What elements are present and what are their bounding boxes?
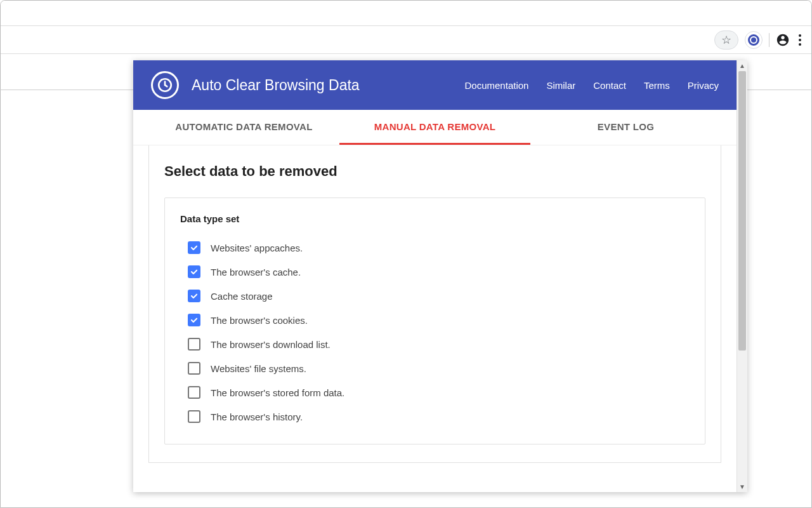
clock-icon: [157, 77, 173, 93]
checkbox-label: The browser's stored form data.: [211, 387, 344, 398]
checkbox-row: The browser's stored form data.: [180, 380, 690, 404]
checkbox-row: The browser's download list.: [180, 332, 690, 356]
separator: [769, 33, 769, 47]
nav-similar[interactable]: Similar: [546, 80, 575, 91]
scrollbar[interactable]: ▲ ▼: [737, 60, 747, 492]
nav-links: Documentation Similar Contact Terms Priv…: [465, 80, 719, 91]
tab-bar: AUTOMATIC DATA REMOVAL MANUAL DATA REMOV…: [133, 110, 737, 145]
checkbox[interactable]: [188, 338, 200, 351]
checkbox-row: Cache storage: [180, 284, 690, 308]
scroll-thumb[interactable]: [738, 71, 746, 351]
scroll-down-arrow[interactable]: ▼: [737, 481, 747, 492]
checkbox-label: Websites' file systems.: [211, 363, 306, 374]
nav-contact[interactable]: Contact: [593, 80, 626, 91]
main-panel: Select data to be removed Data type set …: [148, 145, 721, 463]
clock-icon: [748, 34, 759, 46]
checkbox[interactable]: [188, 314, 200, 326]
checkbox-label: Cache storage: [211, 291, 273, 302]
checkbox[interactable]: [188, 362, 200, 375]
tab-log[interactable]: EVENT LOG: [530, 110, 721, 145]
tab-strip: [1, 1, 811, 26]
nav-privacy[interactable]: Privacy: [688, 80, 719, 91]
checkbox[interactable]: [188, 410, 200, 423]
tab-automatic[interactable]: AUTOMATIC DATA REMOVAL: [148, 110, 339, 145]
checkbox-row: The browser's cookies.: [180, 308, 690, 332]
checkbox[interactable]: [188, 265, 200, 278]
nav-terms[interactable]: Terms: [644, 80, 670, 91]
checkbox-row: Websites' appcaches.: [180, 236, 690, 260]
checkbox-label: The browser's cache.: [211, 267, 301, 277]
app-logo: [151, 71, 179, 99]
app-title: Auto Clear Browsing Data: [192, 77, 465, 94]
checkbox-row: Websites' file systems.: [180, 356, 690, 380]
checkbox-row: The browser's cache.: [180, 260, 690, 284]
checkbox-label: The browser's download list.: [211, 339, 331, 350]
checkbox-label: The browser's history.: [211, 411, 303, 422]
tab-manual[interactable]: MANUAL DATA REMOVAL: [339, 110, 530, 145]
bookmark-pill[interactable]: ☆: [714, 30, 738, 50]
popup-header: Auto Clear Browsing Data Documentation S…: [133, 60, 737, 110]
panel-title: Select data to be removed: [164, 163, 705, 180]
checkbox[interactable]: [188, 241, 200, 254]
scroll-up-arrow[interactable]: ▲: [737, 60, 747, 71]
checkbox[interactable]: [188, 290, 200, 302]
profile-icon[interactable]: [776, 33, 790, 47]
nav-documentation[interactable]: Documentation: [465, 80, 529, 91]
extension-popup: Auto Clear Browsing Data Documentation S…: [133, 60, 747, 492]
toolbar: ☆: [1, 26, 811, 54]
checkbox-row: The browser's history.: [180, 404, 690, 429]
menu-dots-icon[interactable]: [796, 32, 804, 48]
star-icon: ☆: [721, 33, 731, 47]
checkbox-label: The browser's cookies.: [211, 315, 308, 326]
data-type-card: Data type set Websites' appcaches.The br…: [164, 197, 705, 444]
section-title: Data type set: [180, 213, 690, 224]
checkbox[interactable]: [188, 386, 200, 399]
extension-icon[interactable]: [745, 31, 763, 49]
checkbox-label: Websites' appcaches.: [211, 243, 303, 253]
